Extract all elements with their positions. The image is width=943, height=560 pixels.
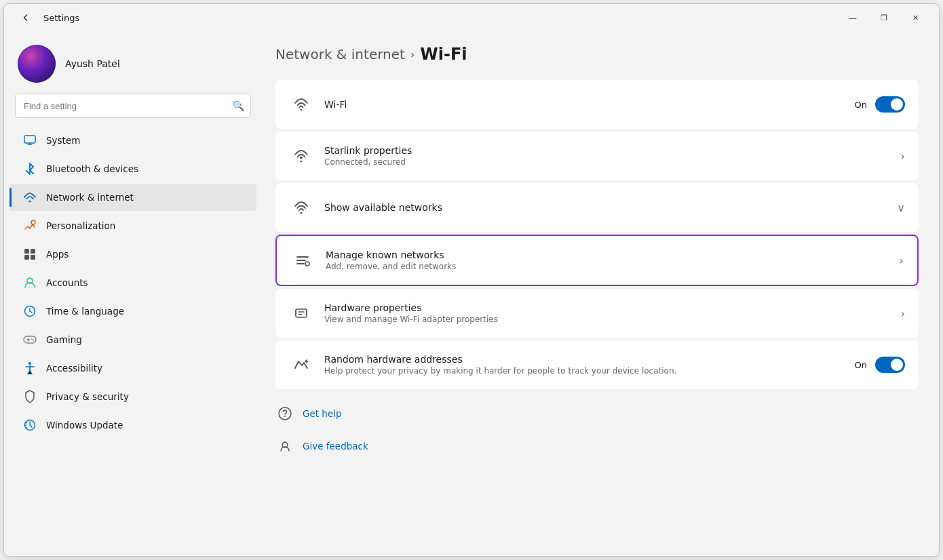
manage-networks-action: › [900,254,904,267]
main-content: Network & internet › Wi-Fi [262,31,939,556]
hardware-icon [289,301,313,325]
breadcrumb-parent[interactable]: Network & internet [275,46,405,62]
manage-networks-text: Manage known networks Add, remove, and e… [326,249,900,271]
available-networks-row[interactable]: Show available networks ∨ [275,183,919,232]
sidebar-item-time[interactable]: Time & language [9,298,256,325]
back-button[interactable] [15,7,37,28]
svg-point-21 [284,416,286,417]
sidebar-item-network[interactable]: Network & internet [9,184,256,211]
search-box: 🔍 [15,94,251,118]
sidebar-label-accessibility: Accessibility [46,363,102,374]
random-hw-row[interactable]: Random hardware addresses Help protect y… [275,340,919,389]
wifi-row[interactable]: Wi-Fi On [275,80,919,129]
footer-links: Get help Give feedback [275,400,919,460]
get-help-link[interactable]: Get help [275,400,919,427]
network-icon [23,191,37,204]
close-button[interactable]: ✕ [900,7,931,28]
search-input[interactable] [15,94,251,118]
sidebar-item-gaming[interactable]: Gaming [9,326,256,353]
titlebar-controls: — ❐ ✕ [837,7,931,28]
hardware-card: Hardware properties View and manage Wi-F… [275,289,919,338]
svg-rect-16 [300,157,303,159]
sidebar-label-time: Time & language [46,306,124,317]
time-icon [23,304,37,318]
get-help-icon [275,404,294,423]
random-hw-subtitle: Help protect your privacy by making it h… [324,366,855,376]
sidebar-label-bluetooth: Bluetooth & devices [46,163,138,174]
svg-rect-19 [296,309,307,317]
random-hw-text: Random hardware addresses Help protect y… [324,354,855,376]
manage-networks-title: Manage known networks [326,249,900,260]
wifi-toggle[interactable] [875,96,905,113]
manage-networks-row[interactable]: Manage known networks Add, remove, and e… [277,236,917,285]
sidebar-label-personalization: Personalization [46,220,115,231]
svg-point-11 [33,340,34,341]
gaming-icon [23,333,37,346]
user-section: Ayush Patel [4,31,262,94]
starlink-icon [289,144,313,168]
content-area: Ayush Patel 🔍 System Bluetooth & devices [4,31,939,556]
available-networks-card: Show available networks ∨ [275,183,919,232]
svg-point-2 [31,220,35,224]
svg-rect-3 [24,249,29,254]
search-icon: 🔍 [233,100,244,111]
svg-point-12 [28,362,31,365]
user-name: Ayush Patel [65,58,120,69]
sidebar-label-update: Windows Update [46,420,123,431]
svg-rect-4 [31,249,35,254]
sidebar-label-privacy: Privacy & security [46,391,129,402]
wifi-title: Wi-Fi [324,99,855,110]
maximize-button[interactable]: ❐ [868,7,900,28]
sidebar-item-bluetooth[interactable]: Bluetooth & devices [9,155,256,182]
breadcrumb-chevron: › [410,48,415,61]
svg-rect-5 [24,255,29,260]
settings-window: Settings — ❐ ✕ Ayush Patel 🔍 [3,3,940,557]
sidebar: Ayush Patel 🔍 System Bluetooth & devices [4,31,262,556]
sidebar-label-network: Network & internet [46,192,134,203]
sidebar-label-apps: Apps [46,249,69,260]
sidebar-item-privacy[interactable]: Privacy & security [9,383,256,410]
give-feedback-icon [275,437,294,456]
avatar [18,45,56,83]
give-feedback-text: Give feedback [303,441,368,452]
sidebar-item-accounts[interactable]: Accounts [9,269,256,296]
update-icon [23,418,37,432]
apps-icon [23,247,37,261]
random-hw-toggle[interactable] [875,357,905,373]
sidebar-item-update[interactable]: Windows Update [9,412,256,439]
manage-networks-icon [290,248,315,273]
random-hw-title: Random hardware addresses [324,354,855,365]
minimize-button[interactable]: — [837,7,868,28]
starlink-chevron: › [901,150,905,163]
sidebar-label-accounts: Accounts [46,277,88,288]
svg-point-14 [301,109,303,111]
manage-networks-card: Manage known networks Add, remove, and e… [275,235,919,286]
wifi-text: Wi-Fi [324,99,855,110]
svg-point-17 [301,212,303,214]
breadcrumb-current: Wi-Fi [420,45,467,64]
sidebar-item-system[interactable]: System [9,127,256,154]
sidebar-item-personalization[interactable]: Personalization [9,212,256,239]
svg-rect-0 [24,136,35,143]
hardware-text: Hardware properties View and manage Wi-F… [324,302,901,324]
hardware-title: Hardware properties [324,302,901,313]
window-title: Settings [43,13,79,23]
svg-point-1 [29,201,31,203]
give-feedback-link[interactable]: Give feedback [275,433,919,460]
svg-rect-6 [31,255,35,260]
get-help-text: Get help [303,408,342,419]
sidebar-label-gaming: Gaming [46,334,82,345]
sidebar-item-accessibility[interactable]: Accessibility [9,355,256,382]
wifi-card: Wi-Fi On [275,80,919,129]
hardware-row[interactable]: Hardware properties View and manage Wi-F… [275,289,919,338]
random-hw-icon [289,353,313,377]
available-networks-title: Show available networks [324,202,897,213]
starlink-action: › [901,150,905,163]
starlink-row[interactable]: Starlink properties Connected, secured › [275,132,919,180]
available-networks-action: ∨ [897,201,905,214]
sidebar-item-apps[interactable]: Apps [9,241,256,268]
privacy-icon [23,390,37,403]
manage-networks-chevron: › [900,254,904,267]
wifi-action: On [855,96,905,113]
svg-point-18 [305,262,309,266]
